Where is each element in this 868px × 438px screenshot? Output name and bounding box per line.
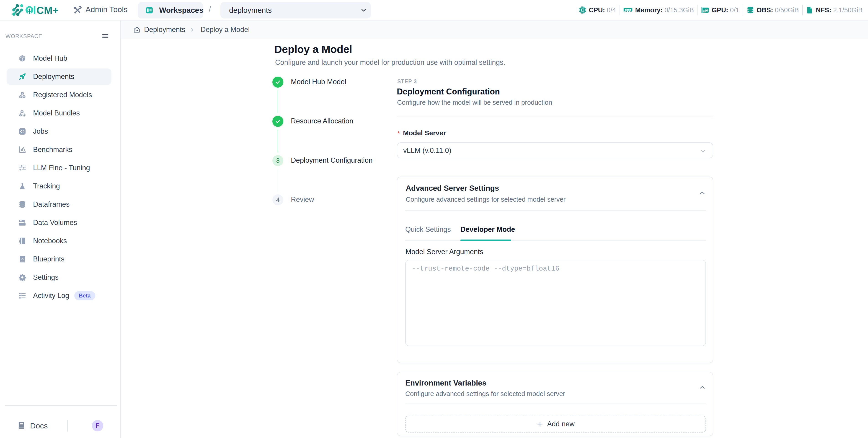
svg-text:CM+: CM+ bbox=[36, 5, 59, 16]
